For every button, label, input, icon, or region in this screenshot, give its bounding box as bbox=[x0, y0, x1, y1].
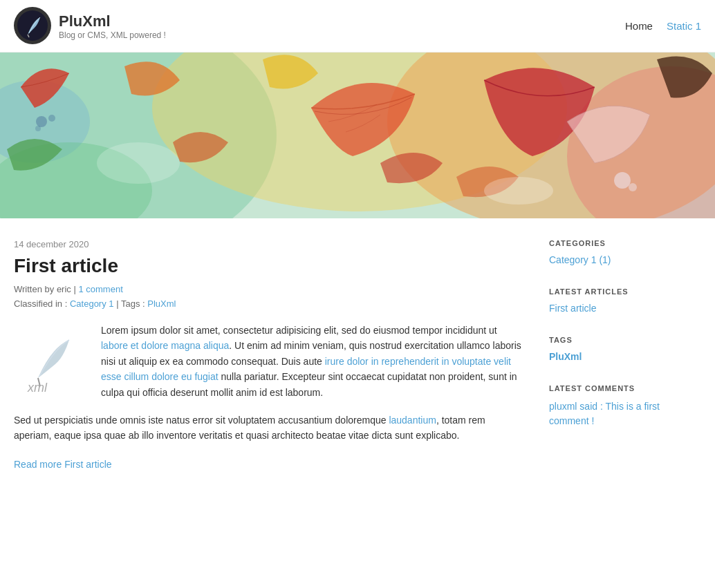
categories-title: CATEGORIES bbox=[549, 239, 701, 247]
main-nav: Home Static 1 bbox=[625, 20, 701, 32]
svg-point-9 bbox=[36, 116, 47, 127]
logo-text: PluXml Blog or CMS, XML powered ! bbox=[59, 12, 166, 40]
meta-written: Written by eric bbox=[14, 284, 71, 294]
hero-banner bbox=[0, 53, 715, 218]
tag-sidebar-link[interactable]: PluXml bbox=[549, 351, 701, 362]
article-taxonomy: Classified in : Category 1 | Tags : PluX… bbox=[14, 298, 521, 309]
sidebar-latest-articles: LATEST ARTICLES First article bbox=[549, 287, 701, 314]
svg-point-13 bbox=[629, 183, 637, 191]
meta-comments-link[interactable]: 1 comment bbox=[78, 284, 122, 294]
tags-title: TAGS bbox=[549, 336, 701, 344]
logo-icon bbox=[14, 7, 52, 45]
latest-articles-title: LATEST ARTICLES bbox=[549, 287, 701, 296]
read-more-link[interactable]: Read more First article bbox=[14, 459, 112, 470]
svg-point-12 bbox=[614, 172, 631, 189]
body-text: Sed ut perspiciatis unde omnis iste natu… bbox=[14, 415, 485, 441]
latest-comments-title: LATEST COMMENTS bbox=[549, 384, 701, 392]
svg-point-11 bbox=[35, 126, 41, 131]
svg-point-14 bbox=[97, 142, 180, 184]
article-thumbnail: xml bbox=[14, 323, 90, 400]
svg-text:xml: xml bbox=[27, 381, 48, 395]
sidebar-tags: TAGS PluXml bbox=[549, 336, 701, 362]
nav-home-link[interactable]: Home bbox=[625, 20, 653, 32]
article-excerpt: Lorem ipsum dolor sit amet, consectetur … bbox=[101, 323, 521, 400]
sidebar: CATEGORIES Category 1 (1) LATEST ARTICLE… bbox=[549, 239, 701, 470]
tag-link[interactable]: PluXml bbox=[147, 298, 176, 309]
tags-sep: | bbox=[116, 298, 121, 309]
site-header: PluXml Blog or CMS, XML powered ! Home S… bbox=[0, 0, 715, 53]
classified-label: Classified in : bbox=[14, 298, 67, 309]
article-title: First article bbox=[14, 255, 521, 277]
thumb-placeholder: xml bbox=[14, 323, 90, 399]
svg-point-15 bbox=[484, 177, 553, 205]
article-body-with-thumb: xml Lorem ipsum dolor sit amet, consecte… bbox=[14, 323, 521, 400]
category-link[interactable]: Category 1 bbox=[70, 298, 114, 309]
nav-static-link[interactable]: Static 1 bbox=[667, 20, 701, 32]
category-sidebar-link[interactable]: Category 1 (1) bbox=[549, 254, 701, 265]
article-body-full: Sed ut perspiciatis unde omnis iste natu… bbox=[14, 412, 521, 444]
article-meta: Written by eric | 1 comment bbox=[14, 284, 521, 294]
category-name: Category 1 bbox=[549, 254, 599, 265]
banner-image bbox=[0, 53, 715, 218]
article-date: 14 december 2020 bbox=[14, 239, 521, 249]
sidebar-latest-comments: LATEST COMMENTS pluxml said : This is a … bbox=[549, 384, 701, 428]
sidebar-categories: CATEGORIES Category 1 (1) bbox=[549, 239, 701, 265]
logo-area: PluXml Blog or CMS, XML powered ! bbox=[14, 7, 166, 45]
excerpt-text: Lorem ipsum dolor sit amet, consectetur … bbox=[101, 325, 521, 398]
main-container: 14 december 2020 First article Written b… bbox=[0, 218, 715, 497]
thumb-svg: xml bbox=[14, 323, 90, 399]
latest-comment-link[interactable]: pluxml said : This is a first comment ! bbox=[549, 399, 701, 428]
latest-article-link[interactable]: First article bbox=[549, 303, 701, 314]
site-subtitle: Blog or CMS, XML powered ! bbox=[59, 30, 166, 40]
category-count: (1) bbox=[599, 254, 611, 265]
tags-label: Tags : bbox=[121, 298, 145, 309]
svg-point-10 bbox=[48, 115, 55, 122]
content-area: 14 december 2020 First article Written b… bbox=[14, 239, 521, 470]
site-title: PluXml bbox=[59, 12, 166, 30]
